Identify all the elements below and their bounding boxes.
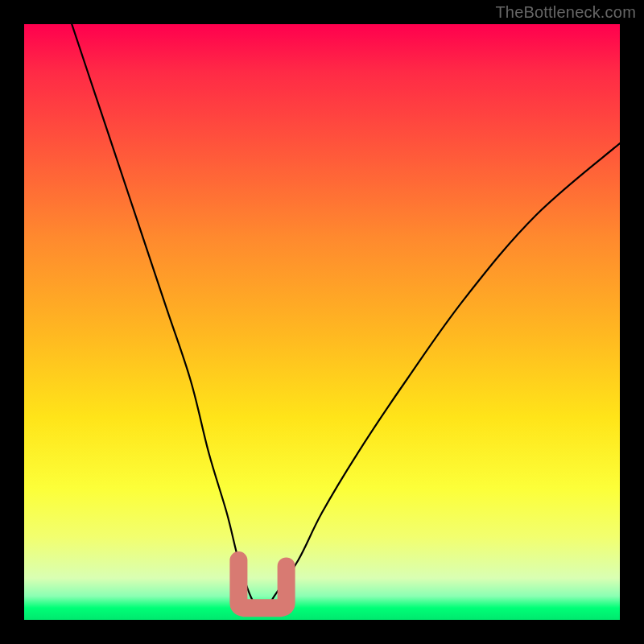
plot-area (24, 24, 620, 620)
chart-frame: TheBottleneck.com (0, 0, 644, 644)
watermark-text: TheBottleneck.com (495, 3, 636, 22)
curve-layer (24, 24, 620, 620)
optimal-region-marker (238, 560, 286, 608)
bottleneck-curve (72, 24, 620, 614)
